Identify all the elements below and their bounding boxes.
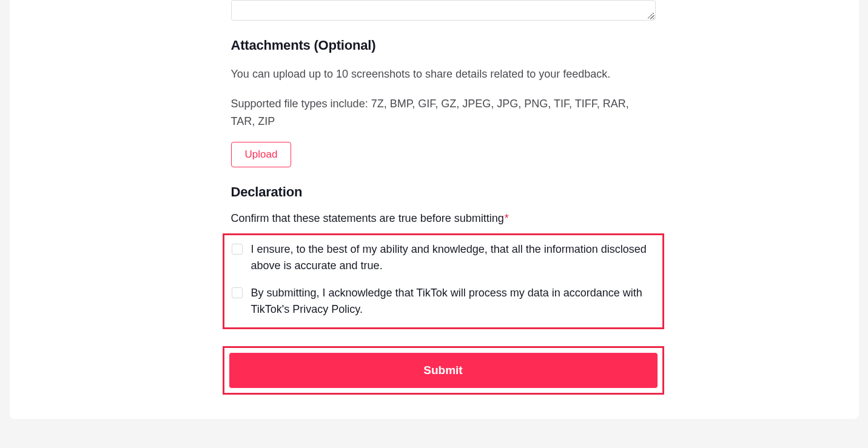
declaration-heading: Declaration — [231, 184, 656, 200]
declaration-checkbox-1[interactable] — [232, 244, 243, 255]
attachments-help-1: You can upload up to 10 screenshots to s… — [231, 65, 656, 83]
declaration-confirm-text: Confirm that these statements are true b… — [231, 212, 504, 224]
submit-button[interactable]: Submit — [229, 353, 658, 388]
upload-button[interactable]: Upload — [231, 142, 292, 167]
required-indicator: * — [505, 212, 509, 224]
attachments-help-2: Supported file types include: 7Z, BMP, G… — [231, 95, 656, 130]
declaration-checkbox-1-label: I ensure, to the best of my ability and … — [251, 241, 655, 274]
declaration-row-2: By submitting, I acknowledge that TikTok… — [232, 285, 655, 318]
declaration-checkbox-2[interactable] — [232, 287, 243, 298]
declaration-confirm-label: Confirm that these statements are true b… — [231, 212, 656, 225]
declaration-highlight: I ensure, to the best of my ability and … — [223, 233, 664, 329]
declaration-row-1: I ensure, to the best of my ability and … — [232, 241, 655, 274]
feedback-textarea[interactable] — [231, 0, 656, 21]
form-card: Attachments (Optional) You can upload up… — [10, 0, 859, 419]
attachments-heading: Attachments (Optional) — [231, 38, 656, 53]
declaration-checkbox-2-label: By submitting, I acknowledge that TikTok… — [251, 285, 655, 318]
form-content: Attachments (Optional) You can upload up… — [231, 0, 656, 395]
submit-highlight: Submit — [223, 346, 664, 395]
